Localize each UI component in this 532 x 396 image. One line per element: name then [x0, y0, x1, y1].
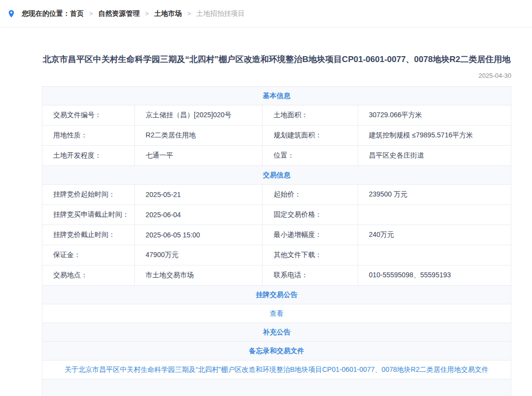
- field-value: 建筑控制规模 ≤79895.5716平方米: [358, 126, 511, 146]
- field-label: 挂牌竞买申请截止时间：: [42, 205, 135, 225]
- field-value: R2二类居住用地: [134, 126, 263, 146]
- breadcrumb-separator: >: [145, 10, 149, 17]
- breadcrumb-separator: >: [89, 10, 93, 17]
- field-value: 京土储挂（昌）[2025]020号: [134, 105, 263, 126]
- field-label: 规划建筑面积：: [263, 126, 358, 146]
- breadcrumb-item-current: 土地招拍挂项目: [197, 9, 245, 18]
- breadcrumb-item-home[interactable]: 首页: [70, 9, 84, 18]
- field-value: 30729.066平方米: [358, 105, 511, 126]
- field-value: 2025-05-21: [134, 185, 263, 205]
- field-label: 最小递增幅度：: [263, 225, 358, 245]
- partial-row-cell: [42, 379, 511, 396]
- section-header-basic-info: 基本信息: [42, 87, 511, 105]
- section-header-trade-info: 交易信息: [42, 166, 511, 185]
- field-label: 用地性质：: [42, 126, 135, 146]
- announcement-view-row: 查看: [42, 304, 511, 323]
- field-value: [358, 245, 511, 265]
- field-label: 挂牌竞价截止时间：: [42, 225, 135, 245]
- table-row: 交易地点： 市土地交易市场 联系电话： 010-55595098、5559519…: [42, 265, 511, 286]
- table-row: 交易文件编号： 京土储挂（昌）[2025]020号 土地面积： 30729.06…: [42, 105, 511, 126]
- field-value: 2025-06-05 15:00: [134, 225, 263, 245]
- section-header-supplement-announcement: 补充公告: [42, 323, 511, 342]
- field-value: 2025-06-04: [134, 205, 263, 225]
- table-row: 用地性质： R2二类居住用地 规划建筑面积： 建筑控制规模 ≤79895.571…: [42, 126, 511, 146]
- breadcrumb: 您现在的位置： 首页 > 自然资源管理 > 土地市场 > 土地招拍挂项目: [0, 0, 532, 28]
- land-parcel-info-table: 基本信息 交易文件编号： 京土储挂（昌）[2025]020号 土地面积： 307…: [42, 86, 511, 396]
- field-value: 240万元: [358, 225, 511, 245]
- field-label: 土地开发程度：: [42, 146, 135, 166]
- field-label: 保证金：: [42, 245, 135, 265]
- section-header-memo-documents: 备忘录和交易文件: [42, 342, 511, 361]
- field-label: 固定交易价格：: [263, 205, 358, 225]
- table-row: 土地开发程度： 七通一平 位置： 昌平区史各庄街道: [42, 146, 511, 166]
- field-value: 昌平区史各庄街道: [358, 146, 511, 166]
- field-label: 其他文件下载：: [263, 245, 358, 265]
- main-content: 北京市昌平区中关村生命科学园三期及“北四村”棚户区改造和环境整治B地块项目CP0…: [42, 52, 511, 396]
- section-header-label: 补充公告: [42, 323, 511, 342]
- table-row: 挂牌竞买申请截止时间： 2025-06-04 固定交易价格：: [42, 205, 511, 225]
- field-label: 位置：: [263, 146, 358, 166]
- field-label: 起始价：: [263, 185, 358, 205]
- field-label: 挂牌竞价起始时间：: [42, 185, 135, 205]
- section-header-label: 备忘录和交易文件: [42, 342, 511, 361]
- breadcrumb-item-natural-resources[interactable]: 自然资源管理: [99, 9, 140, 18]
- breadcrumb-separator: >: [187, 10, 191, 17]
- breadcrumb-item-land-market[interactable]: 土地市场: [154, 9, 182, 18]
- table-row: 保证金： 47900万元 其他文件下载：: [42, 245, 511, 265]
- view-announcement-link[interactable]: 查看: [270, 309, 284, 317]
- document-link-row: 关于北京市昌平区中关村生命科学园三期及“北四村”棚户区改造和环境整治B地块项目C…: [42, 361, 511, 379]
- field-value: [358, 205, 511, 225]
- field-label: 联系电话：: [263, 265, 358, 286]
- section-header-label: 交易信息: [42, 166, 511, 185]
- location-pin-icon: [7, 9, 16, 18]
- section-header-label: 基本信息: [42, 87, 511, 105]
- field-value: 七通一平: [134, 146, 263, 166]
- table-row: 挂牌竞价起始时间： 2025-05-21 起始价： 239500 万元: [42, 185, 511, 205]
- partial-next-section-row: [42, 379, 511, 396]
- field-value: 010-55595098、55595193: [358, 265, 511, 286]
- page-title: 北京市昌平区中关村生命科学园三期及“北四村”棚户区改造和环境整治B地块项目CP0…: [42, 52, 511, 67]
- field-label: 交易地点：: [42, 265, 135, 286]
- section-header-listing-announcement: 挂牌交易公告: [42, 286, 511, 304]
- field-value: 47900万元: [134, 245, 263, 265]
- breadcrumb-prefix: 您现在的位置：: [22, 9, 70, 18]
- field-value: 市土地交易市场: [134, 265, 263, 286]
- trade-document-link[interactable]: 关于北京市昌平区中关村生命科学园三期及“北四村”棚户区改造和环境整治B地块项目C…: [65, 365, 488, 373]
- field-label: 交易文件编号：: [42, 105, 135, 126]
- publish-date: 2025-04-30: [42, 72, 511, 79]
- field-value: 239500 万元: [358, 185, 511, 205]
- field-label: 土地面积：: [263, 105, 358, 126]
- table-row: 挂牌竞价截止时间： 2025-06-05 15:00 最小递增幅度： 240万元: [42, 225, 511, 245]
- section-header-label: 挂牌交易公告: [42, 286, 511, 304]
